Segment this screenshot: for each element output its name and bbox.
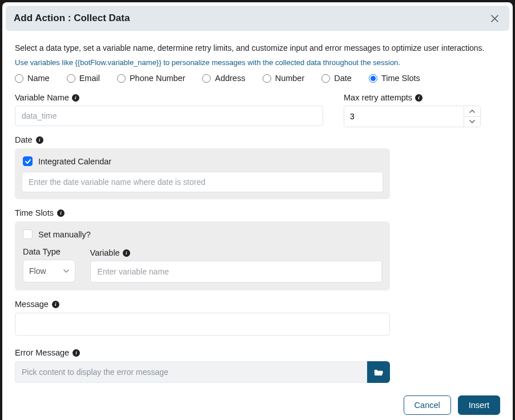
dialog-title: Add Action : Collect Data [14,13,130,24]
timeslots-inputs: Data Type Flow Variable i [22,245,383,284]
cancel-button[interactable]: Cancel [404,395,451,415]
name-retry-row: Variable Name i Max retry attempts i [15,93,500,127]
radio-phone-input[interactable] [117,74,126,83]
radio-address-label: Address [215,74,245,83]
variable-name-group: Variable Name i [15,93,323,127]
max-retry-spinner [344,106,481,127]
ts-variable-input[interactable] [90,261,382,282]
radio-number[interactable]: Number [263,74,305,83]
pick-content-button[interactable] [367,361,390,383]
radio-address-input[interactable] [202,74,211,83]
error-message-label-row: Error Message i [15,348,500,357]
ts-variable-label: Variable [90,248,120,257]
radio-date-input[interactable] [321,74,330,83]
variable-name-label: Variable Name [15,93,69,102]
radio-name-label: Name [27,74,50,83]
radio-phone[interactable]: Phone Number [117,74,186,83]
chevron-down-icon [469,120,475,123]
info-icon[interactable]: i [73,349,80,357]
retry-decrease-button[interactable] [464,117,480,127]
timeslots-label: Time Slots [15,208,54,217]
max-retry-label: Max retry attempts [344,93,412,102]
date-label: Date [15,135,33,144]
check-icon [25,158,31,165]
insert-button[interactable]: Insert [458,395,500,415]
info-icon[interactable]: i [123,249,130,257]
radio-email-label: Email [79,74,100,83]
error-message-row [15,361,390,383]
chevron-down-icon [62,267,70,275]
data-type-select[interactable]: Flow [23,260,75,282]
date-variable-input[interactable] [22,172,383,192]
radio-date-label: Date [334,74,352,83]
hint-text: Use variables like {{botFlow.variable_na… [15,58,500,67]
error-message-label: Error Message [15,348,69,357]
timeslots-panel: Set manually? Data Type Flow Variable i [15,221,390,290]
date-panel: Integrated Calendar [15,148,390,199]
date-section-label: Date i [15,135,500,144]
set-manually-row[interactable]: Set manually? [22,228,383,245]
radio-name[interactable]: Name [15,74,50,83]
dialog-header: Add Action : Collect Data [6,6,509,31]
radio-timeslots-input[interactable] [369,74,377,83]
radio-email-input[interactable] [67,74,75,83]
radio-phone-label: Phone Number [130,74,186,83]
radio-date[interactable]: Date [321,74,352,83]
info-icon[interactable]: i [52,301,59,308]
data-type-radios: Name Email Phone Number Address Number D… [15,74,500,83]
radio-timeslots-label: Time Slots [381,74,420,83]
info-icon[interactable]: i [36,136,43,144]
set-manually-label: Set manually? [38,230,91,239]
integrated-calendar-label: Integrated Calendar [38,157,111,166]
timeslots-section-label: Time Slots i [15,208,500,217]
retry-increase-button[interactable] [464,106,480,117]
close-icon [491,15,498,22]
radio-timeslots[interactable]: Time Slots [369,74,420,83]
dialog-footer: Cancel Insert [2,387,513,420]
variable-name-input[interactable] [15,106,323,126]
chevron-up-icon [469,110,475,113]
radio-address[interactable]: Address [202,74,245,83]
integrated-calendar-checkbox[interactable] [23,156,33,166]
variable-col: Variable i [90,248,382,282]
dialog-body: Select a data type, set a variable name,… [2,31,513,387]
close-button[interactable] [488,11,501,25]
radio-number-label: Number [275,74,305,83]
message-input[interactable] [15,313,390,336]
radio-name-input[interactable] [15,74,23,83]
info-icon[interactable]: i [72,94,79,102]
intro-text: Select a data type, set a variable name,… [15,43,500,52]
message-label: Message [15,300,49,309]
data-type-label: Data Type [23,247,75,256]
error-message-input[interactable] [15,361,367,383]
set-manually-checkbox[interactable] [23,229,33,239]
integrated-calendar-row[interactable]: Integrated Calendar [22,155,383,172]
max-retry-group: Max retry attempts i [344,93,481,127]
data-type-value: Flow [29,266,46,276]
folder-open-icon [373,368,384,377]
info-icon[interactable]: i [415,94,423,102]
message-label-row: Message i [15,300,500,309]
collect-data-dialog: Add Action : Collect Data Select a data … [2,2,513,420]
radio-email[interactable]: Email [67,74,100,83]
radio-number-input[interactable] [263,74,271,83]
info-icon[interactable]: i [57,209,65,217]
max-retry-input[interactable] [344,106,464,127]
data-type-col: Data Type Flow [23,247,75,282]
